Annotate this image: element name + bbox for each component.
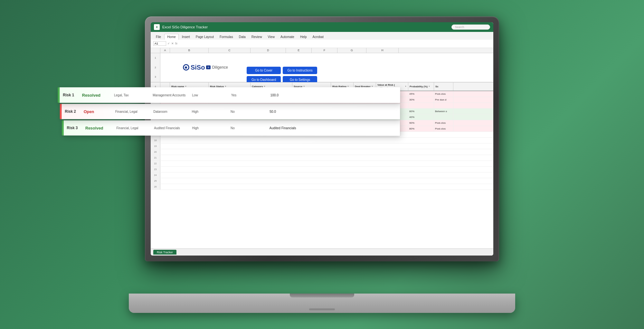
empty-row: 23 <box>151 167 493 172</box>
risk1-category: Legal, Tax <box>114 93 146 97</box>
cell-timing <box>434 103 453 108</box>
risk3-source2: Audited Financials <box>270 126 296 130</box>
tab-page-layout[interactable]: Page Layout <box>193 34 216 40</box>
tab-acrobat[interactable]: Acrobat <box>310 34 326 40</box>
formula-icon-x: ✕ <box>171 42 174 45</box>
risk1-dealbreaker: Yes <box>231 93 264 97</box>
app-title: Excel SiSo Diligence Tracker <box>162 25 208 29</box>
col-g-header: G <box>337 48 366 53</box>
col-h-header: H <box>366 48 399 53</box>
cell-probability <box>408 103 434 108</box>
cell-ref: A1 <box>153 41 166 46</box>
col-d-header: D <box>251 48 286 53</box>
cell-timing: Post-clos <box>434 126 453 131</box>
sheet-tab-risk-tracker[interactable]: Risk Tracker <box>153 250 176 255</box>
float-card-risk3: Risk 3 Resolved Financial, Legal Audited… <box>62 120 400 136</box>
cell-timing <box>434 114 453 120</box>
float-card-risk1: Risk 1 Resolved Legal, Tax Management Ac… <box>58 87 400 103</box>
empty-row-num: 26 <box>151 184 160 189</box>
search-box[interactable]: Search <box>451 24 490 30</box>
spreadsheet: A B C D E F G H 1 2 <box>151 48 493 248</box>
search-placeholder: Search <box>455 25 464 29</box>
tab-home[interactable]: Home <box>164 34 179 40</box>
corner-cell <box>151 48 160 53</box>
risk1-rating: Low <box>192 93 224 97</box>
laptop-hinge <box>290 294 354 297</box>
header-score: Sc <box>434 82 453 91</box>
empty-row: 26 <box>151 184 493 190</box>
empty-row-num: 24 <box>151 172 160 178</box>
cell-probability: 40% <box>408 114 434 120</box>
floating-cards-container: Risk 1 Resolved Legal, Tax Management Ac… <box>58 87 396 138</box>
filter-arrow-7[interactable]: ▼ <box>405 85 407 87</box>
laptop-screen: X Excel SiSo Diligence Tracker Search Fi… <box>145 16 499 261</box>
risk1-id: Risk 1 <box>60 92 82 97</box>
cell-probability: 45% <box>408 91 434 97</box>
risk3-category: Financial, Legal <box>116 126 147 130</box>
tab-review[interactable]: Review <box>249 34 265 40</box>
risk2-source: Dataroom <box>153 110 185 113</box>
risk2-id: Risk 2 <box>62 109 84 114</box>
laptop-base <box>129 294 515 313</box>
risk3-source: Audited Financials <box>154 126 185 130</box>
title-bar: X Excel SiSo Diligence Tracker Search <box>151 22 493 32</box>
tab-insert[interactable]: Insert <box>179 34 193 40</box>
cell-timing: Post-clos <box>434 120 453 126</box>
row-1: 1 <box>151 53 160 63</box>
go-to-cover-button[interactable]: Go to Cover <box>247 67 281 74</box>
header-probability: Probability (%) ▼ <box>408 82 434 91</box>
risk2-value: 50.0 <box>270 110 276 113</box>
cell-timing: Between s <box>434 109 453 114</box>
screen-inner: X Excel SiSo Diligence Tracker Search Fi… <box>151 22 493 256</box>
empty-row: 18 <box>151 138 493 143</box>
sheet-tabs: Risk Tracker <box>151 248 493 256</box>
excel-app: X Excel SiSo Diligence Tracker Search Fi… <box>151 22 493 256</box>
empty-row: 25 <box>151 178 493 184</box>
empty-row: 21 <box>151 155 493 161</box>
col-e-header: E <box>286 48 312 53</box>
tab-automate[interactable]: Automate <box>278 34 297 40</box>
laptop-base-center <box>309 308 335 310</box>
empty-row-num: 23 <box>151 167 160 172</box>
logo-area: SiSo ≡ Diligence <box>160 53 251 82</box>
tab-data[interactable]: Data <box>236 34 248 40</box>
logo-badge: ≡ <box>206 65 210 69</box>
risk3-dealbreaker: No <box>231 126 263 130</box>
logo-text-siso: SiSo <box>191 64 205 71</box>
ribbon-tools: A1 ✓ ✕ fx <box>151 40 493 48</box>
risk1-source: Management Accounts <box>153 93 185 97</box>
go-to-instructions-button[interactable]: Go to Instructions <box>283 67 317 74</box>
ribbon-tabs: File Home Insert Page Layout Formulas Da… <box>151 32 493 40</box>
formula-icon-fx: fx <box>175 42 177 45</box>
empty-row: 22 <box>151 161 493 167</box>
cell-timing: Post-clos <box>434 91 453 97</box>
tab-help[interactable]: Help <box>298 34 309 40</box>
empty-row-num: 21 <box>151 155 160 160</box>
siso-eye-icon <box>183 64 189 71</box>
tab-formulas[interactable]: Formulas <box>217 34 236 40</box>
cell-timing: Pre due-d <box>434 97 453 102</box>
formula-icon-check: ✓ <box>167 42 170 45</box>
risk2-dealbreaker: No <box>231 110 263 113</box>
empty-row-num: 22 <box>151 161 160 166</box>
cell-probability: 90% <box>408 120 434 126</box>
logo-diligence: Diligence <box>212 65 228 70</box>
col-a-header: A <box>160 48 170 53</box>
col-headers: A B C D E F G H <box>151 48 493 53</box>
empty-row-num: 19 <box>151 143 160 149</box>
col-b-header: B <box>170 48 209 53</box>
empty-row-num: 18 <box>151 138 160 143</box>
tab-view[interactable]: View <box>265 34 278 40</box>
empty-row-num: 20 <box>151 149 160 155</box>
risk3-rating: High <box>192 126 224 130</box>
risk2-details: Financial, Legal Dataroom High No 50.0 <box>112 110 400 113</box>
empty-rows: 17181920212223242526 <box>151 132 493 190</box>
tab-file[interactable]: File <box>153 34 164 40</box>
risk3-status: Resolved <box>85 125 113 130</box>
risk3-details: Financial, Legal Audited Financials High… <box>113 126 400 130</box>
row-2: 2 <box>151 63 160 72</box>
filter-arrow-8[interactable]: ▼ <box>428 85 430 87</box>
float-card-risk2: Risk 2 Open Financial, Legal Dataroom Hi… <box>60 103 400 119</box>
col-f-header: F <box>312 48 337 53</box>
cell-probability: 80% <box>408 126 434 131</box>
